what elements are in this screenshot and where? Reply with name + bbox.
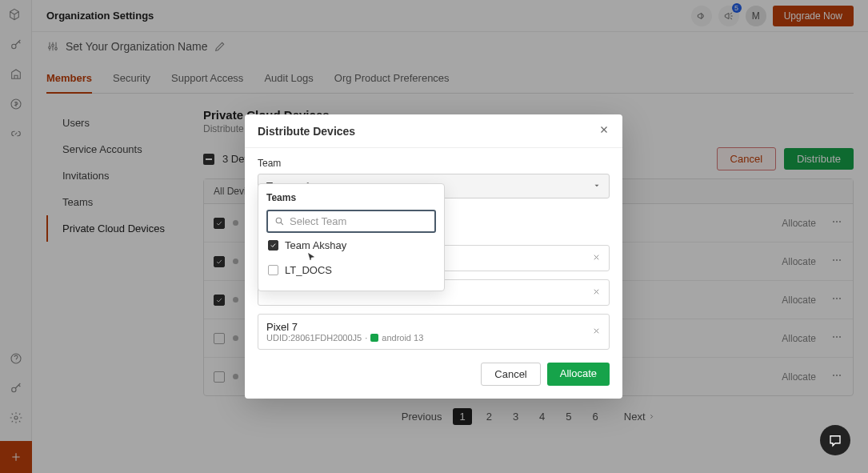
modal-allocate-button[interactable]: Allocate [547, 363, 610, 386]
remove-device-button[interactable] [592, 252, 601, 264]
team-search-input[interactable]: Select Team [266, 210, 436, 233]
modal-title: Distribute Devices [258, 125, 355, 138]
team-label: Team [258, 158, 610, 169]
selected-device: Pixel 7 UDID:28061FDH2000J5 ·android 13 [258, 314, 610, 350]
cursor-icon [306, 252, 316, 262]
team-dropdown: Teams Select Team Team AkshayLT_DOCS [258, 183, 445, 291]
chat-fab[interactable] [820, 425, 850, 455]
distribute-modal: Distribute Devices Team Teams 1 Pixel 7 … [245, 114, 622, 399]
search-icon [274, 216, 285, 226]
team-option[interactable]: LT_DOCS [266, 258, 436, 283]
remove-device-button[interactable] [592, 326, 601, 338]
android-icon [370, 334, 378, 342]
modal-cancel-button[interactable]: Cancel [481, 363, 540, 386]
dropdown-title: Teams [266, 192, 436, 203]
chevron-down-icon [593, 180, 601, 192]
search-placeholder: Select Team [290, 215, 346, 227]
svg-point-23 [276, 218, 282, 223]
close-button[interactable] [598, 124, 610, 138]
team-option[interactable]: Team Akshay [266, 233, 436, 258]
remove-device-button[interactable] [592, 287, 601, 299]
